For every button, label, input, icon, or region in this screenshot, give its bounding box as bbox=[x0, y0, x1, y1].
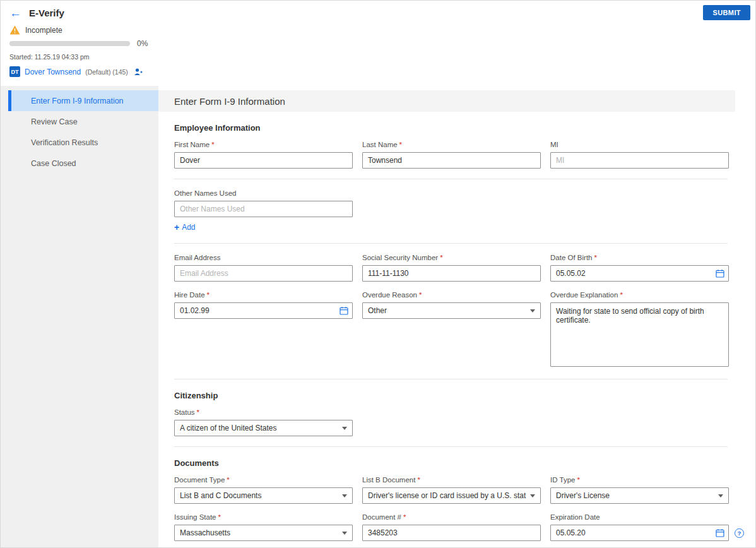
divider bbox=[174, 446, 728, 447]
calendar-icon[interactable] bbox=[340, 306, 348, 315]
contact-row: Email Address Social Security Number* Da… bbox=[174, 254, 728, 282]
required-marker: * bbox=[227, 476, 229, 484]
citizenship-heading: Citizenship bbox=[174, 391, 728, 400]
citizenship-status-select[interactable]: A citizen of the United States bbox=[174, 420, 353, 436]
divider bbox=[174, 379, 728, 379]
person-icon[interactable] bbox=[134, 68, 143, 76]
document-type-select[interactable]: List B and C Documents bbox=[174, 487, 353, 504]
last-name-label: Last Name* bbox=[362, 141, 541, 148]
form-title-band: Enter Form I-9 Information bbox=[158, 90, 735, 112]
required-marker: * bbox=[403, 513, 406, 521]
page-title: E-Verify bbox=[29, 8, 703, 18]
other-names-input[interactable] bbox=[174, 201, 353, 217]
citizenship-row: Status* A citizen of the United States bbox=[174, 408, 728, 436]
add-other-name-button[interactable]: + Add bbox=[174, 223, 196, 232]
warning-icon bbox=[9, 25, 20, 35]
document-number-input[interactable] bbox=[362, 525, 541, 541]
selected-value: Driver's License bbox=[556, 491, 714, 500]
e-verify-page: ← E-Verify SUBMIT Incomplete 0% Started:… bbox=[1, 1, 755, 547]
field-label-text: First Name bbox=[174, 141, 210, 148]
field-label-text: Overdue Explanation bbox=[550, 291, 618, 299]
sidebar-item-review-case[interactable]: Review Case bbox=[1, 111, 158, 132]
other-names-label: Other Names Used bbox=[174, 189, 353, 197]
documents-heading: Documents bbox=[174, 458, 728, 468]
field-label-text: List B Document bbox=[362, 476, 415, 484]
required-marker: * bbox=[399, 141, 402, 148]
citizenship-status-field: Status* A citizen of the United States bbox=[174, 408, 353, 436]
first-name-input[interactable] bbox=[174, 152, 353, 169]
document-type-field: Document Type* List B and C Documents bbox=[174, 476, 353, 504]
progress-row: 0% bbox=[9, 39, 747, 48]
back-icon[interactable]: ← bbox=[9, 7, 21, 19]
overdue-reason-select[interactable]: Other bbox=[362, 302, 541, 319]
calendar-icon[interactable] bbox=[716, 269, 724, 278]
field-label-text: ID Type bbox=[550, 476, 575, 484]
list-b-document-select[interactable]: Driver's license or ID card issued by a … bbox=[362, 487, 541, 504]
field-label-text: Last Name bbox=[362, 141, 398, 148]
divider bbox=[174, 243, 728, 244]
help-icon[interactable]: ? bbox=[735, 528, 744, 538]
field-label-text: Expiration Date bbox=[550, 513, 600, 521]
expiration-date-input[interactable] bbox=[550, 525, 729, 541]
employee-information-heading: Employee Information bbox=[174, 123, 728, 133]
ssn-label: Social Security Number* bbox=[362, 254, 541, 261]
status-row: Incomplete bbox=[9, 25, 747, 35]
employee-name-link[interactable]: Dover Townsend bbox=[25, 68, 81, 76]
id-type-select[interactable]: Driver's License bbox=[550, 487, 729, 504]
calendar-icon[interactable] bbox=[716, 528, 724, 537]
required-marker: * bbox=[207, 291, 210, 299]
date-of-birth-input[interactable] bbox=[550, 265, 729, 282]
overdue-explanation-label: Overdue Explanation* bbox=[550, 291, 729, 299]
ssn-input[interactable] bbox=[362, 265, 541, 282]
selected-value: A citizen of the United States bbox=[180, 424, 338, 432]
citizenship-status-label: Status* bbox=[174, 408, 353, 416]
overdue-explanation-textarea[interactable]: Waiting for state to send official copy … bbox=[550, 302, 729, 367]
mi-field: MI bbox=[550, 141, 729, 169]
overdue-explanation-field: Overdue Explanation* Waiting for state t… bbox=[550, 291, 729, 369]
main-panel: Enter Form I-9 Information Employee Info… bbox=[158, 86, 755, 547]
id-type-label: ID Type* bbox=[550, 476, 729, 484]
document-number-label: Document #* bbox=[362, 513, 541, 521]
required-marker: * bbox=[197, 408, 199, 416]
sidebar-item-enter-form-i9-information[interactable]: Enter Form I-9 Information bbox=[8, 90, 158, 111]
progress-percent: 0% bbox=[137, 39, 148, 48]
chevron-down-icon bbox=[530, 309, 535, 313]
field-label-text: Hire Date bbox=[174, 291, 205, 299]
list-b-document-field: List B Document* Driver's license or ID … bbox=[362, 476, 541, 504]
issuing-state-select[interactable]: Massachusetts bbox=[174, 525, 353, 541]
issuing-state-field: Issuing State* Massachusetts bbox=[174, 513, 353, 541]
hire-date-input[interactable] bbox=[174, 302, 353, 319]
sidebar-item-case-closed[interactable]: Case Closed bbox=[1, 153, 158, 174]
first-name-field: First Name* bbox=[174, 141, 353, 169]
list-b-document-label: List B Document* bbox=[362, 476, 541, 484]
field-label-text: Status bbox=[174, 408, 195, 416]
ssn-field: Social Security Number* bbox=[362, 254, 541, 282]
selected-value: Massachusetts bbox=[180, 528, 338, 537]
email-input[interactable] bbox=[174, 265, 353, 282]
required-marker: * bbox=[419, 291, 422, 299]
last-name-field: Last Name* bbox=[362, 141, 541, 169]
first-name-label: First Name* bbox=[174, 141, 353, 148]
sidebar-item-label: Case Closed bbox=[31, 159, 76, 168]
email-field: Email Address bbox=[174, 254, 353, 282]
employee-meta: (Default) (145) bbox=[85, 68, 128, 76]
required-marker: * bbox=[417, 476, 420, 484]
mi-input[interactable] bbox=[550, 152, 729, 169]
document-type-label: Document Type* bbox=[174, 476, 353, 484]
sidebar-item-label: Enter Form I-9 Information bbox=[31, 97, 124, 105]
required-marker: * bbox=[218, 513, 220, 521]
date-of-birth-label: Date Of Birth* bbox=[550, 254, 729, 261]
chevron-down-icon bbox=[342, 532, 347, 535]
other-names-row: Other Names Used bbox=[174, 189, 728, 217]
submit-button[interactable]: SUBMIT bbox=[703, 5, 750, 20]
field-label-text: Social Security Number bbox=[362, 254, 438, 261]
field-label-text: Document Type bbox=[174, 476, 225, 484]
field-label-text: Document # bbox=[362, 513, 401, 521]
top-bar: ← E-Verify SUBMIT bbox=[1, 1, 755, 24]
expiration-date-field: Expiration Date ? bbox=[550, 513, 729, 541]
last-name-input[interactable] bbox=[362, 152, 541, 169]
sidebar-item-verification-results[interactable]: Verification Results bbox=[1, 132, 158, 153]
email-label: Email Address bbox=[174, 254, 353, 261]
plus-icon: + bbox=[174, 223, 179, 232]
sidebar-item-label: Verification Results bbox=[31, 138, 98, 147]
